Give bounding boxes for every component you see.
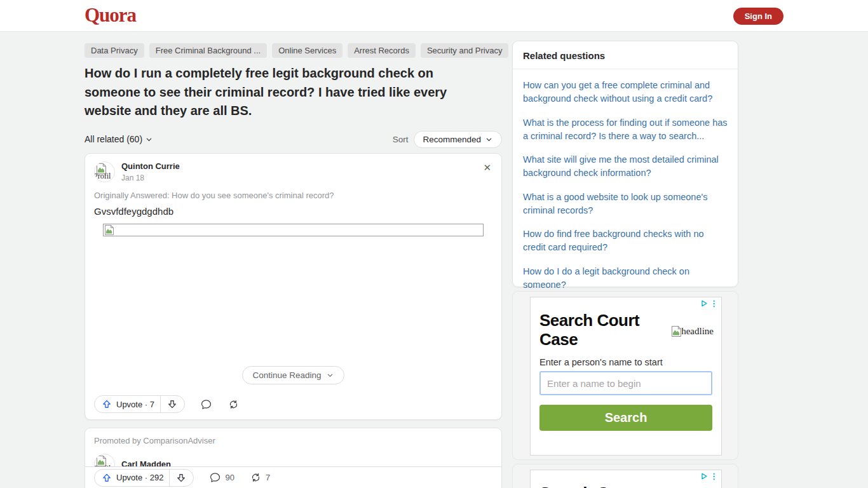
upvote-icon bbox=[101, 398, 112, 410]
answer-card: Profil Quinton Currie Jan 18 ✕ Originall… bbox=[85, 153, 502, 420]
downvote-icon bbox=[175, 472, 187, 484]
chevron-down-icon bbox=[326, 371, 334, 379]
comment-button[interactable] bbox=[200, 398, 212, 410]
related-question-link[interactable]: What is a good website to look up someon… bbox=[523, 191, 728, 217]
chevron-down-icon bbox=[145, 135, 153, 144]
avatar[interactable]: Profil bbox=[94, 161, 115, 182]
related-question-link[interactable]: What site will give me the most detailed… bbox=[523, 153, 728, 180]
question-title: How do I run a completely free legit bac… bbox=[85, 64, 471, 121]
ad-headline[interactable]: Search Court Case bbox=[539, 311, 657, 349]
divider bbox=[169, 469, 170, 486]
broken-image-icon bbox=[105, 225, 483, 235]
ad-menu-icon[interactable]: ⋮ bbox=[710, 299, 718, 308]
topic-tag[interactable]: Security and Privacy bbox=[421, 43, 509, 58]
related-questions-card: Related questions How can you get a free… bbox=[512, 41, 738, 287]
broken-answer-image bbox=[103, 224, 484, 236]
ad-frame: ⋮ Search Court Case headline Enter a per… bbox=[530, 297, 722, 456]
topic-tag[interactable]: Free Criminal Background ... bbox=[149, 43, 267, 58]
ad-prompt: Enter a person's name to start bbox=[539, 357, 712, 367]
ad-broken-image: headline bbox=[672, 326, 714, 337]
ad-card: ⋮ Search Court Case headline Enter a per… bbox=[512, 291, 738, 460]
related-question-link[interactable]: What is the process for finding out if s… bbox=[523, 116, 728, 143]
related-question-link[interactable]: How can you get a free complete criminal… bbox=[523, 79, 728, 105]
repost-button[interactable] bbox=[227, 398, 240, 410]
repost-icon bbox=[250, 471, 262, 484]
repost-icon bbox=[227, 398, 240, 410]
share-count: 7 bbox=[266, 473, 270, 482]
chevron-down-icon bbox=[485, 135, 493, 144]
close-icon[interactable]: ✕ bbox=[483, 163, 491, 172]
related-question-link[interactable]: How do find free background checks with … bbox=[523, 227, 728, 254]
related-questions-title: Related questions bbox=[513, 41, 738, 69]
answer-date: Jan 18 bbox=[121, 173, 180, 182]
unloaded-image-area bbox=[94, 236, 492, 366]
broken-image-icon bbox=[672, 326, 681, 337]
topic-tags: Data Privacy Free Criminal Background ..… bbox=[85, 43, 538, 58]
continue-reading-button[interactable]: Continue Reading bbox=[242, 366, 344, 384]
ad-image-alt-text: headline bbox=[681, 326, 714, 337]
adchoices-icon[interactable] bbox=[700, 472, 709, 480]
topic-tag[interactable]: Arrest Records bbox=[348, 43, 416, 58]
originally-answered: Originally Answered: How do you see some… bbox=[94, 191, 492, 200]
downvote-button[interactable] bbox=[166, 398, 178, 410]
upvote-icon bbox=[101, 472, 112, 484]
vote-pill: Upvote · 7 bbox=[94, 395, 185, 413]
sign-in-button[interactable]: Sign In bbox=[733, 8, 783, 25]
downvote-icon bbox=[166, 398, 178, 410]
topic-tag[interactable]: Data Privacy bbox=[85, 43, 144, 58]
downvote-button[interactable] bbox=[175, 472, 187, 484]
ad-frame: ⋮ Search Court bbox=[530, 470, 722, 488]
comment-count: 90 bbox=[225, 473, 234, 482]
repost-button[interactable]: 7 bbox=[250, 471, 270, 484]
all-related-dropdown[interactable]: All related (60) bbox=[85, 134, 153, 144]
quora-logo[interactable]: Quora bbox=[85, 4, 136, 27]
answers-controls: All related (60) Sort Recommended bbox=[85, 131, 502, 148]
ad-menu-icon[interactable]: ⋮ bbox=[710, 472, 718, 480]
promoted-by-label: Promoted by ComparisonAdviser bbox=[94, 436, 492, 445]
topic-tag[interactable]: Online Services bbox=[272, 43, 342, 58]
vote-pill: Upvote · 292 bbox=[94, 469, 194, 487]
name-search-input[interactable] bbox=[539, 371, 712, 395]
upvote-button[interactable]: Upvote · 292 bbox=[101, 472, 163, 484]
top-nav: Quora Sign In bbox=[0, 0, 868, 32]
sort-dropdown[interactable]: Recommended bbox=[414, 131, 502, 148]
comment-button[interactable]: 90 bbox=[209, 471, 234, 484]
answer-text: Gvsvfdfeygdgdhdb bbox=[94, 206, 492, 217]
avatar-alt-text: Profil bbox=[94, 172, 111, 181]
sort-label: Sort bbox=[393, 135, 409, 144]
upvote-button[interactable]: Upvote · 7 bbox=[101, 398, 154, 410]
comment-icon bbox=[200, 398, 212, 410]
divider bbox=[160, 396, 161, 413]
promoted-action-bar: Upvote · 292 90 7 bbox=[85, 466, 502, 488]
comment-icon bbox=[209, 471, 221, 484]
related-question-link[interactable]: How do I do a legit background check on … bbox=[523, 265, 728, 292]
answer-author[interactable]: Quinton Currie bbox=[121, 161, 180, 171]
ad-search-button[interactable]: Search bbox=[539, 405, 712, 431]
adchoices-icon[interactable] bbox=[700, 299, 709, 308]
ad-headline[interactable]: Search Court bbox=[539, 484, 657, 488]
ad-card: ⋮ Search Court bbox=[512, 464, 738, 488]
